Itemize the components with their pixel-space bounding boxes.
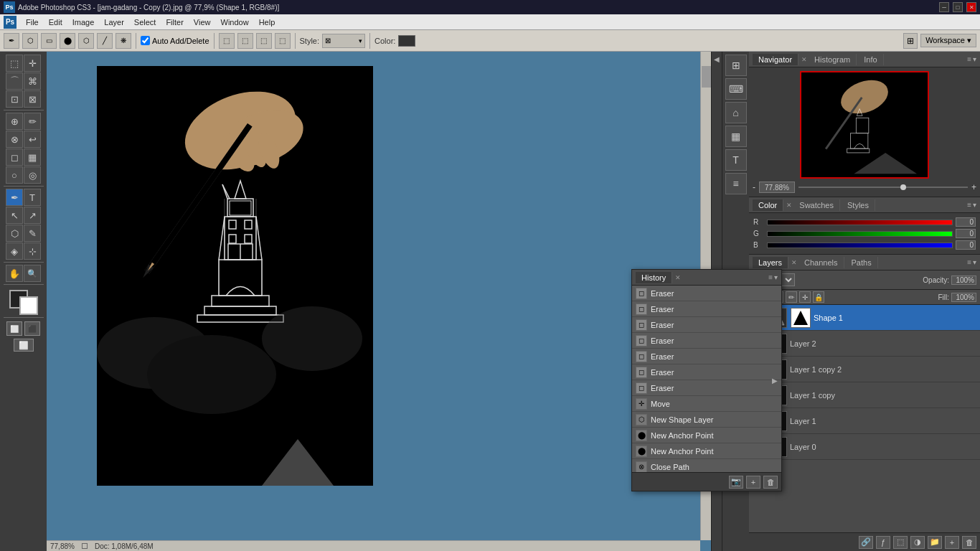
- panel-tool-1[interactable]: ⊞: [725, 55, 747, 76]
- color-close[interactable]: ✕: [786, 202, 792, 209]
- tab-history[interactable]: History: [636, 272, 672, 283]
- history-item-11[interactable]: ⬤ New Anchor Point: [632, 443, 781, 459]
- layers-close[interactable]: ✕: [791, 259, 797, 266]
- zoom-tool[interactable]: 🔍: [24, 265, 41, 282]
- background-color[interactable]: [19, 296, 38, 315]
- zoom-percent-input[interactable]: [759, 182, 795, 193]
- panel-tool-2[interactable]: ⌨: [725, 78, 747, 100]
- menu-layer[interactable]: Layer: [100, 17, 128, 28]
- brush-tool[interactable]: ✏: [24, 113, 41, 130]
- color-swatch[interactable]: [398, 35, 415, 47]
- layer-item-layer1[interactable]: 👁 🖼 Layer 1: [749, 408, 980, 434]
- layer-item-shape1[interactable]: 👁 Shape 1: [749, 305, 980, 331]
- text-tool[interactable]: T: [24, 189, 41, 206]
- tab-color[interactable]: Color: [753, 199, 783, 211]
- menu-file[interactable]: File: [22, 17, 43, 28]
- style-selector[interactable]: ⊠▾: [322, 34, 365, 48]
- custom-shape-option[interactable]: ❋: [116, 33, 131, 49]
- lasso-tool[interactable]: ⌒: [6, 72, 23, 90]
- minimize-button[interactable]: ─: [939, 2, 949, 12]
- layer-style-button[interactable]: ƒ: [876, 536, 890, 549]
- layer-link-button[interactable]: 🔗: [859, 536, 873, 549]
- status-menu-button[interactable]: [82, 543, 88, 549]
- history-item-12[interactable]: ⊗ Close Path: [632, 459, 781, 472]
- move-tool[interactable]: ✛: [24, 55, 41, 72]
- marquee-tool[interactable]: ⬚: [6, 55, 23, 72]
- menu-select[interactable]: Select: [130, 17, 161, 28]
- layers-panel-menu[interactable]: ≡: [967, 258, 971, 266]
- zoom-slider-thumb[interactable]: [900, 184, 906, 190]
- menu-edit[interactable]: Edit: [44, 17, 67, 28]
- lock-position-button[interactable]: ✛: [799, 291, 811, 303]
- hand-tool[interactable]: ✋: [6, 265, 23, 282]
- zoom-slider[interactable]: [798, 187, 968, 188]
- panel-tool-3[interactable]: ⌂: [725, 102, 747, 123]
- color-panel-menu[interactable]: ≡: [967, 201, 971, 209]
- history-new-doc-button[interactable]: +: [746, 476, 760, 489]
- history-brush-tool[interactable]: ↩: [24, 131, 41, 148]
- zoom-in-button[interactable]: +: [971, 182, 976, 192]
- intersect-option[interactable]: ⬚: [256, 33, 272, 49]
- tab-paths[interactable]: Paths: [846, 257, 878, 268]
- g-value[interactable]: 0: [956, 229, 976, 238]
- layers-panel-collapse[interactable]: ▾: [973, 258, 976, 266]
- navigator-close[interactable]: ✕: [801, 56, 807, 63]
- stamp-tool[interactable]: ⊗: [6, 131, 23, 148]
- history-item-8[interactable]: ✛ Move: [632, 396, 781, 412]
- history-item-10[interactable]: ⬤ New Anchor Point: [632, 428, 781, 443]
- tab-swatches[interactable]: Swatches: [793, 199, 840, 211]
- gradient-tool[interactable]: ▦: [24, 149, 41, 166]
- tab-channels[interactable]: Channels: [798, 257, 844, 268]
- subtract-option[interactable]: ⬚: [237, 33, 253, 49]
- layer-item-layer1copy[interactable]: 👁 🖼 Layer 1 copy: [749, 382, 980, 408]
- screen-mode-button[interactable]: ⬜: [14, 339, 34, 352]
- r-value[interactable]: 0: [956, 217, 976, 227]
- fill-input[interactable]: [951, 293, 976, 302]
- close-button[interactable]: ✕: [966, 2, 976, 12]
- r-slider[interactable]: [767, 220, 953, 225]
- tab-info[interactable]: Info: [858, 54, 883, 65]
- shape-option[interactable]: ▭: [41, 33, 57, 49]
- tab-layers[interactable]: Layers: [753, 257, 788, 268]
- b-value[interactable]: 0: [956, 240, 976, 250]
- navigator-preview[interactable]: [800, 71, 929, 179]
- cs3-icon[interactable]: ⊞: [903, 33, 918, 49]
- eyedropper-tool[interactable]: ◈: [6, 242, 23, 260]
- line-option[interactable]: ╱: [97, 33, 113, 49]
- freeform-option[interactable]: ⬤: [60, 33, 75, 49]
- history-item-3[interactable]: ◻ Eraser: [632, 317, 781, 333]
- delete-layer-button[interactable]: 🗑: [962, 536, 976, 549]
- lock-all-button[interactable]: 🔒: [813, 291, 824, 303]
- tab-styles[interactable]: Styles: [842, 199, 875, 211]
- g-slider[interactable]: [767, 231, 953, 237]
- panel-tool-4[interactable]: ▦: [725, 126, 747, 147]
- history-item-2[interactable]: ◻ Eraser: [632, 301, 781, 317]
- canvas-image[interactable]: [97, 66, 373, 486]
- history-item-6[interactable]: ◻ Eraser: [632, 364, 781, 380]
- eraser-tool[interactable]: ◻: [6, 149, 23, 166]
- auto-add-delete-checkbox[interactable]: [141, 36, 150, 45]
- polygon-option[interactable]: ⬡: [78, 33, 94, 49]
- workspace-button[interactable]: Workspace ▾: [920, 34, 976, 47]
- pen-tool[interactable]: ✒: [6, 189, 23, 206]
- menu-window[interactable]: Window: [217, 17, 253, 28]
- history-item-4[interactable]: ◻ Eraser: [632, 333, 781, 349]
- panel-tool-5[interactable]: T: [725, 149, 747, 171]
- direct-select-tool[interactable]: ↗: [24, 207, 41, 224]
- menu-view[interactable]: View: [189, 17, 215, 28]
- history-item-5[interactable]: ◻ Eraser: [632, 349, 781, 364]
- layer-item-layer1copy2[interactable]: 👁 🖼 Layer 1 copy 2: [749, 357, 980, 382]
- standard-mode-button[interactable]: ⬜: [6, 321, 22, 336]
- crop-tool[interactable]: ⊡: [6, 90, 23, 108]
- measure-tool[interactable]: ⊹: [24, 242, 41, 260]
- layer-group-button[interactable]: 📁: [928, 536, 942, 549]
- layer-item-layer2[interactable]: 👁 🖼 Layer 2: [749, 331, 980, 357]
- magic-wand-tool[interactable]: ⌘: [24, 72, 41, 90]
- pen-tool-option[interactable]: ✒: [4, 33, 19, 49]
- exclude-option[interactable]: ⬚: [275, 33, 291, 49]
- history-snapshot-button[interactable]: 📷: [729, 476, 743, 489]
- history-item-7[interactable]: ◻ Eraser: [632, 380, 781, 396]
- zoom-out-button[interactable]: -: [753, 182, 755, 192]
- healing-tool[interactable]: ⊕: [6, 113, 23, 130]
- path-select-tool[interactable]: ↖: [6, 207, 23, 224]
